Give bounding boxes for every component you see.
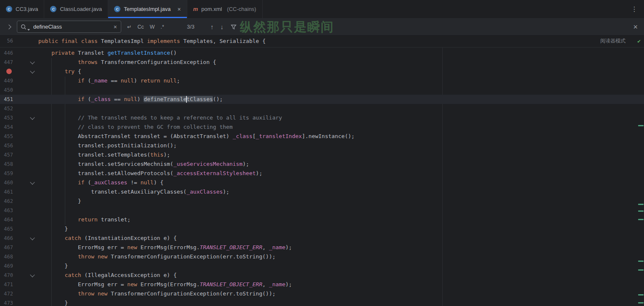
clear-search-icon[interactable]: × (114, 24, 117, 30)
gutter[interactable]: 452 (0, 104, 38, 113)
line-number[interactable]: 462 (0, 197, 13, 206)
code-line[interactable]: 460 if (_auxClasses != null) { (0, 178, 644, 187)
gutter[interactable]: 454 (0, 122, 38, 132)
code-line[interactable]: 447 throws TransformerConfigurationExcep… (0, 58, 644, 67)
code-line[interactable]: 473 } (0, 298, 644, 306)
line-number[interactable]: 449 (0, 76, 13, 85)
line-number[interactable]: 456 (0, 141, 13, 150)
fold-chevron-icon[interactable] (30, 180, 35, 184)
code-line[interactable]: 470 catch (IllegalAccessException e) { (0, 271, 644, 280)
stripe-mark[interactable] (638, 302, 644, 303)
code-line[interactable]: 468 throw new TransformerConfigurationEx… (0, 252, 644, 261)
line-number[interactable]: 466 (0, 234, 13, 243)
gutter[interactable]: 449 (0, 76, 38, 85)
code-line[interactable]: 457 translet.setTemplates(this); (0, 150, 644, 160)
stripe-mark[interactable] (638, 125, 644, 126)
code-line[interactable]: 456 translet.postInitialization(); (0, 141, 644, 150)
line-number[interactable]: 450 (0, 85, 13, 95)
reader-mode-label[interactable]: 阅读器模式 (600, 35, 625, 47)
code-line[interactable]: 463 (0, 206, 644, 215)
line-number[interactable]: 469 (0, 261, 13, 271)
code-editor[interactable]: 446 private Translet getTransletInstance… (0, 48, 644, 306)
error-stripe[interactable] (637, 0, 644, 306)
line-number[interactable]: 461 (0, 187, 13, 197)
code-line[interactable]: 466 catch (InstantiationException e) { (0, 234, 644, 243)
line-number[interactable]: 458 (0, 160, 13, 169)
gutter[interactable]: 451 (0, 95, 38, 104)
gutter[interactable]: 462 (0, 197, 38, 206)
code-line[interactable]: 465 } (0, 224, 644, 234)
next-match-icon[interactable]: ↓ (221, 23, 224, 30)
code-line[interactable]: 469 } (0, 261, 644, 271)
gutter[interactable]: 450 (0, 85, 38, 95)
tab-classloader-java[interactable]: C ClassLoader.java (44, 0, 108, 18)
code-line[interactable]: 449 if (_name == null) return null; (0, 76, 644, 85)
stripe-mark[interactable] (638, 294, 644, 295)
line-number[interactable]: 463 (0, 206, 13, 215)
line-number[interactable]: 447 (0, 58, 13, 67)
line-number[interactable]: 468 (0, 252, 13, 261)
code-line[interactable]: 455 AbstractTranslet translet = (Abstrac… (0, 132, 644, 141)
gutter[interactable]: 457 (0, 150, 38, 160)
gutter[interactable]: 472 (0, 289, 38, 298)
gutter[interactable]: 467 (0, 243, 38, 252)
line-number[interactable]: 472 (0, 289, 13, 298)
fold-chevron-icon[interactable] (30, 115, 35, 120)
code-line[interactable]: 464 return translet; (0, 215, 644, 224)
code-line[interactable]: 454 // class to prevent the GC from coll… (0, 122, 644, 132)
gutter[interactable]: 463 (0, 206, 38, 215)
tab-pom-xml[interactable]: m pom.xml (CC-chains) (187, 0, 263, 18)
expand-replace-icon[interactable] (6, 24, 11, 29)
gutter[interactable]: 458 (0, 160, 38, 169)
gutter[interactable]: 471 (0, 280, 38, 289)
line-number[interactable]: 454 (0, 122, 13, 132)
gutter[interactable]: 461 (0, 187, 38, 197)
words-toggle[interactable]: W (150, 24, 155, 30)
code-line[interactable]: 452 (0, 104, 644, 113)
gutter[interactable]: 466 (0, 234, 38, 243)
stripe-mark[interactable] (638, 261, 644, 262)
line-number[interactable]: 459 (0, 169, 13, 178)
gutter[interactable]: 464 (0, 215, 38, 224)
code-line[interactable]: 459 translet.setAllowedProtocols(_access… (0, 169, 644, 178)
fold-chevron-icon[interactable] (30, 235, 35, 240)
code-line[interactable]: 450 (0, 85, 644, 95)
search-history-caret-icon[interactable] (27, 29, 30, 31)
code-line[interactable]: try { (0, 67, 644, 76)
gutter[interactable]: 446 (0, 48, 38, 58)
search-input[interactable]: defineClass (33, 24, 110, 30)
stripe-mark[interactable] (638, 219, 644, 220)
code-line[interactable]: 467 ErrorMsg err = new ErrorMsg(ErrorMsg… (0, 243, 644, 252)
line-number[interactable]: 471 (0, 280, 13, 289)
line-number[interactable]: 473 (0, 298, 13, 306)
gutter[interactable]: 465 (0, 224, 38, 234)
gutter[interactable]: 473 (0, 298, 38, 306)
previous-match-icon[interactable]: ↑ (210, 23, 214, 30)
gutter[interactable] (0, 67, 38, 76)
fold-chevron-icon[interactable] (30, 69, 35, 73)
gutter[interactable]: 470 (0, 271, 38, 280)
code-line[interactable]: 472 throw new TransformerConfigurationEx… (0, 289, 644, 298)
line-number[interactable]: 452 (0, 104, 13, 113)
line-number[interactable]: 464 (0, 215, 13, 224)
gutter[interactable]: 453 (0, 113, 38, 122)
line-number[interactable]: 470 (0, 271, 13, 280)
line-number[interactable]: 460 (0, 178, 13, 187)
match-case-toggle[interactable]: Cc (137, 24, 144, 30)
code-line[interactable]: 462 } (0, 197, 644, 206)
gutter[interactable]: 447 (0, 58, 38, 67)
code-line[interactable]: 453 // The translet needs to keep a refe… (0, 113, 644, 122)
line-number[interactable]: 467 (0, 243, 13, 252)
line-number[interactable]: 457 (0, 150, 13, 160)
code-line[interactable]: 461 translet.setAuxiliaryClasses(_auxCla… (0, 187, 644, 197)
search-field[interactable]: defineClass × (17, 21, 121, 33)
stripe-mark[interactable] (638, 210, 644, 212)
line-number[interactable]: 465 (0, 224, 13, 234)
gutter[interactable]: 469 (0, 261, 38, 271)
close-tab-icon[interactable]: × (177, 6, 181, 12)
gutter[interactable]: 456 (0, 141, 38, 150)
sticky-header-line[interactable]: 56 public final class TemplatesImpl impl… (0, 35, 644, 48)
breakpoint-icon[interactable] (6, 69, 12, 74)
line-number[interactable]: 453 (0, 113, 13, 122)
gutter[interactable]: 455 (0, 132, 38, 141)
